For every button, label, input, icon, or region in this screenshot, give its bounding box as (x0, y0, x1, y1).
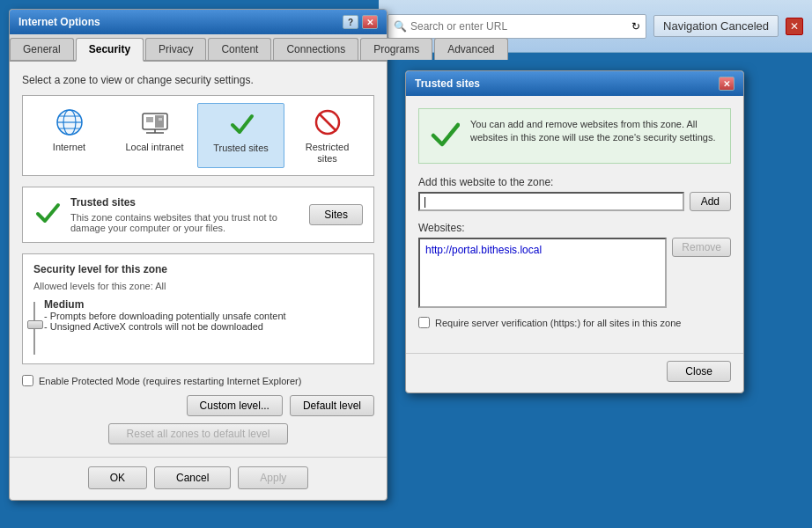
zone-checkmark-icon (33, 198, 62, 232)
security-level-detail1: - Prompts before downloading potentially… (44, 311, 286, 321)
ok-button[interactable]: OK (88, 466, 147, 489)
sites-button[interactable]: Sites (309, 204, 363, 225)
add-website-row: Add (418, 192, 731, 211)
tab-privacy[interactable]: Privacy (145, 38, 206, 60)
https-label: Require server verification (https:) for… (435, 318, 681, 328)
zone-info-text: Trusted sites This zone contains website… (70, 196, 300, 233)
protected-mode-label: Enable Protected Mode (requires restarti… (39, 376, 301, 386)
trusted-close-btn[interactable]: Close (667, 361, 731, 382)
slider-area: Medium - Prompts before downloading pote… (33, 298, 363, 355)
zone-info-box: Trusted sites This zone contains website… (22, 187, 374, 243)
allowed-levels: Allowed levels for this zone: All (33, 281, 363, 291)
default-level-button[interactable]: Default level (290, 395, 374, 416)
section-label: Select a zone to view or change security… (22, 74, 374, 86)
apply-button[interactable]: Apply (238, 466, 308, 489)
add-label: Add this website to the zone: (418, 176, 731, 188)
tab-advanced[interactable]: Advanced (434, 38, 507, 60)
slider-line (33, 302, 35, 355)
zone-internet-label: Internet (53, 142, 85, 153)
zone-restricted-sites[interactable]: Restrictedsites (284, 103, 370, 168)
svg-rect-11 (159, 118, 162, 121)
reset-row: Reset all zones to default level (22, 423, 374, 444)
svg-point-5 (57, 110, 82, 135)
svg-rect-7 (146, 117, 153, 122)
zone-info-description: This zone contains websites that you tru… (70, 212, 300, 233)
zones-row: Internet Local intranet (22, 95, 374, 176)
remove-button[interactable]: Remove (672, 238, 731, 257)
help-button[interactable]: ? (343, 15, 358, 29)
options-content: Select a zone to view or change security… (10, 62, 387, 457)
slider-thumb (27, 320, 43, 329)
internet-icon (54, 106, 85, 138)
trusted-content: You can add and remove websites from thi… (406, 96, 743, 353)
search-input[interactable] (410, 20, 628, 33)
options-close-button[interactable]: ✕ (362, 15, 378, 29)
trusted-dialog-title: Trusted sites (415, 77, 480, 90)
tab-content[interactable]: Content (208, 38, 271, 60)
protected-mode-checkbox[interactable] (22, 375, 33, 386)
zone-trusted-sites-label: Trusted sites (213, 143, 269, 154)
trusted-info-bar: You can add and remove websites from thi… (418, 108, 731, 164)
security-level-box: Security level for this zone Allowed lev… (22, 253, 374, 364)
options-tab-bar: General Security Privacy Content Connect… (10, 34, 387, 62)
search-icon: 🔍 (394, 20, 407, 33)
zone-local-intranet-label: Local intranet (125, 142, 183, 153)
zone-trusted-sites[interactable]: Trusted sites (197, 103, 284, 168)
https-checkbox[interactable] (418, 317, 430, 328)
websites-label: Websites: (418, 222, 731, 234)
custom-default-row: Custom level... Default level (22, 395, 374, 416)
local-intranet-icon (139, 106, 171, 138)
tab-general[interactable]: General (10, 38, 74, 60)
websites-row: http://portal.bithesis.local Remove (418, 238, 731, 308)
options-title: Internet Options (18, 16, 100, 28)
websites-list[interactable]: http://portal.bithesis.local (418, 238, 667, 308)
trusted-close-button[interactable]: ✕ (719, 77, 734, 91)
list-item[interactable]: http://portal.bithesis.local (424, 243, 661, 257)
slider-text: Medium - Prompts before downloading pote… (44, 298, 286, 332)
browser-search-box[interactable]: 🔍 ↻ (388, 14, 646, 39)
trusted-info-text: You can add and remove websites from thi… (470, 118, 720, 145)
nav-title: Navigation Canceled (653, 15, 779, 37)
zone-internet[interactable]: Internet (26, 103, 112, 168)
security-level-value: Medium (44, 298, 286, 311)
tab-programs[interactable]: Programs (360, 38, 432, 60)
restricted-sites-icon (312, 106, 343, 138)
options-footer: OK Cancel Apply (10, 457, 387, 500)
zone-info-title: Trusted sites (70, 196, 300, 209)
options-titlebar: Internet Options ? ✕ (10, 10, 387, 34)
trusted-dialog-titlebar: Trusted sites ✕ (406, 71, 743, 96)
trusted-sites-icon (225, 107, 257, 139)
titlebar-controls: ? ✕ (343, 15, 378, 29)
svg-line-13 (319, 114, 336, 131)
browser-close-button[interactable]: ✕ (786, 18, 803, 35)
protected-mode-row: Enable Protected Mode (requires restarti… (22, 375, 374, 386)
internet-options-dialog: Internet Options ? ✕ General Security Pr… (9, 9, 388, 501)
https-checkbox-row: Require server verification (https:) for… (418, 317, 731, 328)
tab-connections[interactable]: Connections (273, 38, 358, 60)
trusted-sites-dialog: Trusted sites ✕ You can add and remove w… (405, 70, 744, 393)
reset-all-zones-button[interactable]: Reset all zones to default level (108, 423, 289, 444)
trusted-footer: Close (406, 353, 743, 392)
url-input[interactable] (418, 192, 684, 211)
slider-track[interactable] (33, 298, 35, 355)
trusted-info-icon (430, 118, 460, 154)
tab-security[interactable]: Security (76, 38, 144, 62)
svg-rect-8 (155, 115, 164, 128)
security-level-detail2: - Unsigned ActiveX controls will not be … (44, 321, 263, 332)
cancel-button[interactable]: Cancel (154, 466, 231, 489)
zone-restricted-sites-label: Restrictedsites (306, 142, 350, 165)
refresh-icon: ↻ (631, 20, 640, 33)
zone-local-intranet[interactable]: Local intranet (112, 103, 197, 168)
custom-level-button[interactable]: Custom level... (187, 395, 283, 416)
security-level-title: Security level for this zone (33, 263, 363, 275)
add-website-button[interactable]: Add (690, 192, 731, 211)
